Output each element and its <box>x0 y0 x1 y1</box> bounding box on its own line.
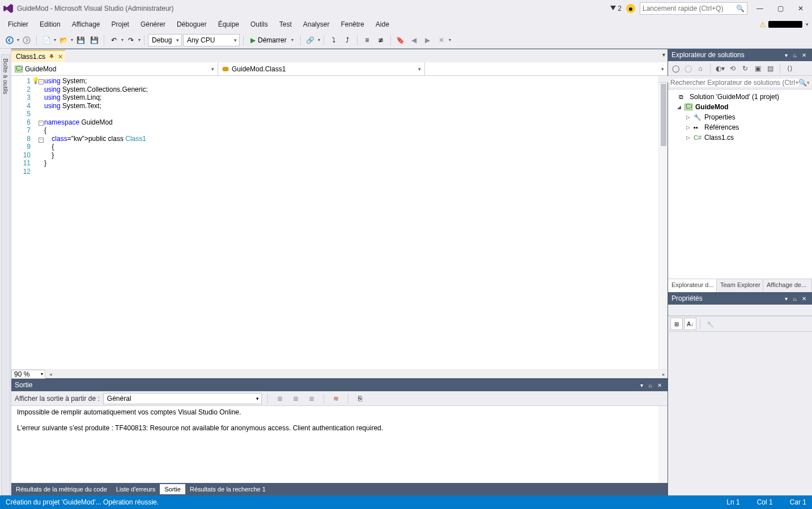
browser-link-button[interactable]: 🔗 <box>304 34 317 46</box>
maximize-button[interactable]: ▢ <box>772 3 788 14</box>
horizontal-scrollbar[interactable]: ◂▸ <box>46 370 668 379</box>
platform-combo[interactable]: Any CPU <box>183 34 240 46</box>
step-into-button[interactable]: ⤵ <box>328 34 340 46</box>
vertical-scrollbar[interactable] <box>658 76 668 369</box>
solution-tree[interactable]: ⧉ Solution 'GuideMod' (1 projet) ◢C# Gui… <box>668 89 812 279</box>
code-text-area[interactable]: using System; using System.Collections.G… <box>39 76 658 369</box>
tab-error-list[interactable]: Liste d'erreurs <box>112 484 160 494</box>
clear-bookmarks-button[interactable]: ✕ <box>435 34 448 46</box>
chevron-down-icon[interactable]: ▾ <box>806 22 809 27</box>
menu-fenetre[interactable]: Fenêtre <box>336 19 368 30</box>
forward-icon[interactable]: ◯ <box>683 65 693 72</box>
quick-launch-input[interactable] <box>643 5 736 12</box>
goto-prev-button[interactable]: ≣ <box>274 392 286 405</box>
solution-explorer-search[interactable]: 🔍▾ <box>668 76 812 89</box>
solution-search-input[interactable] <box>670 79 798 87</box>
menu-equipe[interactable]: Équipe <box>214 19 244 30</box>
comment-button[interactable]: ≡ <box>361 34 373 46</box>
solution-explorer-header[interactable]: Explorateur de solutions ▾ ⏢ ✕ <box>668 49 812 61</box>
tab-class-view[interactable]: Affichage de... <box>763 279 812 292</box>
zoom-combo[interactable]: 90 % <box>11 370 45 379</box>
document-tab-class1[interactable]: Class1.cs ✕ <box>11 50 65 62</box>
properties-header[interactable]: Propriétés ▾ ⏢ ✕ <box>668 292 812 305</box>
back-icon[interactable]: ◯ <box>670 65 681 72</box>
nav-back-button[interactable] <box>3 34 16 46</box>
pin-icon[interactable]: ⏢ <box>790 52 800 58</box>
output-header[interactable]: Sortie ▾ ⏢ ✕ <box>11 379 668 391</box>
split-box[interactable] <box>659 76 668 83</box>
home-icon[interactable]: ⌂ <box>695 65 705 72</box>
close-panel-icon[interactable]: ✕ <box>655 382 664 388</box>
menu-analyser[interactable]: Analyser <box>299 19 334 30</box>
menu-test[interactable]: Test <box>275 19 296 30</box>
next-bookmark-button[interactable]: ▶ <box>422 34 434 46</box>
toolbox-collapsed[interactable]: Boîte à outils <box>0 49 11 495</box>
tab-find-results[interactable]: Résultats de la recherche 1 <box>185 484 270 494</box>
menu-outils[interactable]: Outils <box>246 19 273 30</box>
prev-bookmark-button[interactable]: ◀ <box>408 34 420 46</box>
pin-icon[interactable] <box>49 54 54 59</box>
tab-solution-explorer[interactable]: Explorateur d... <box>668 279 717 292</box>
collapse-icon[interactable]: ▣ <box>753 65 763 72</box>
minimize-button[interactable]: — <box>752 3 768 14</box>
tab-code-metrics[interactable]: Résultats de la métrique du code <box>11 484 112 494</box>
close-button[interactable]: ✕ <box>793 3 809 14</box>
save-all-button[interactable]: 💾 <box>88 34 100 46</box>
tab-close-icon[interactable]: ✕ <box>58 53 63 61</box>
close-panel-icon[interactable]: ✕ <box>800 52 809 58</box>
show-all-icon[interactable]: ▤ <box>765 65 775 72</box>
open-file-button[interactable]: 📂 <box>57 34 70 46</box>
property-pages-button[interactable]: 🔧 <box>704 318 716 330</box>
toggle-wordwrap-button[interactable]: ≋ <box>330 392 342 405</box>
window-position-icon[interactable]: ▾ <box>781 296 790 302</box>
account-indicator[interactable] <box>768 21 802 28</box>
menu-generer[interactable]: Générer <box>136 19 170 30</box>
nav-member-combo[interactable] <box>425 62 668 75</box>
outlining-margin[interactable]: − − − <box>39 77 44 144</box>
alphabetical-button[interactable]: A↓ <box>684 318 696 330</box>
categorized-button[interactable]: ⊞ <box>670 318 683 330</box>
menu-projet[interactable]: Projet <box>107 19 134 30</box>
save-button[interactable]: 💾 <box>74 34 87 46</box>
uncomment-button[interactable]: ≢ <box>375 34 387 46</box>
configuration-combo[interactable]: Debug <box>148 34 182 46</box>
menu-edition[interactable]: Edition <box>35 19 65 30</box>
properties-icon[interactable]: ⟨⟩ <box>785 65 795 72</box>
properties-grid[interactable] <box>668 332 812 495</box>
scope-icon[interactable]: ◐▾ <box>715 65 725 72</box>
window-position-icon[interactable]: ▾ <box>637 382 646 388</box>
close-panel-icon[interactable]: ✕ <box>800 296 809 302</box>
menu-deboguer[interactable]: Déboguer <box>172 19 211 30</box>
active-files-dropdown[interactable]: ▾ <box>662 52 665 58</box>
nav-scope-combo[interactable]: C# GuideMod <box>11 62 218 75</box>
references-node[interactable]: ▷▪▪ Références <box>669 122 811 132</box>
output-source-combo[interactable]: Général <box>103 393 262 404</box>
menu-affichage[interactable]: Affichage <box>67 19 105 30</box>
redo-button[interactable]: ↷ <box>125 34 137 46</box>
warning-icon[interactable]: ⚠ <box>759 20 766 29</box>
goto-next-button[interactable]: ≣ <box>290 392 302 405</box>
refresh-icon[interactable]: ↻ <box>740 65 750 72</box>
notifications-indicator[interactable]: 2 <box>610 5 622 12</box>
step-over-button[interactable]: ⤴ <box>341 34 354 46</box>
properties-node[interactable]: ▷🔧 Properties <box>669 112 811 122</box>
bookmark-button[interactable]: 🔖 <box>394 34 407 46</box>
menu-aide[interactable]: Aide <box>371 19 394 30</box>
pin-icon[interactable]: ⏢ <box>790 296 800 302</box>
toggle-scroll-button[interactable]: ⎘ <box>354 392 367 405</box>
new-project-button[interactable]: 📄 <box>40 34 53 46</box>
window-position-icon[interactable]: ▾ <box>781 52 790 58</box>
nav-type-combo[interactable]: GuideMod.Class1 <box>218 62 425 75</box>
tab-output[interactable]: Sortie <box>160 484 185 494</box>
quick-launch-box[interactable]: 🔍 <box>640 2 747 15</box>
clear-output-button[interactable]: ≣ <box>305 392 318 405</box>
toolbox-tab-label[interactable]: Boîte à outils <box>1 54 10 495</box>
start-debug-button[interactable]: ▶Démarrer▾ <box>247 34 297 46</box>
project-node[interactable]: ◢C# GuideMod <box>669 102 811 112</box>
file-node-class1[interactable]: ▷C# Class1.cs <box>669 132 811 143</box>
pin-icon[interactable]: ⏢ <box>646 382 655 388</box>
nav-forward-button[interactable] <box>20 34 33 46</box>
feedback-icon[interactable]: ☻ <box>626 4 635 13</box>
undo-button[interactable]: ↶ <box>108 34 120 46</box>
tab-team-explorer[interactable]: Team Explorer <box>717 279 763 292</box>
